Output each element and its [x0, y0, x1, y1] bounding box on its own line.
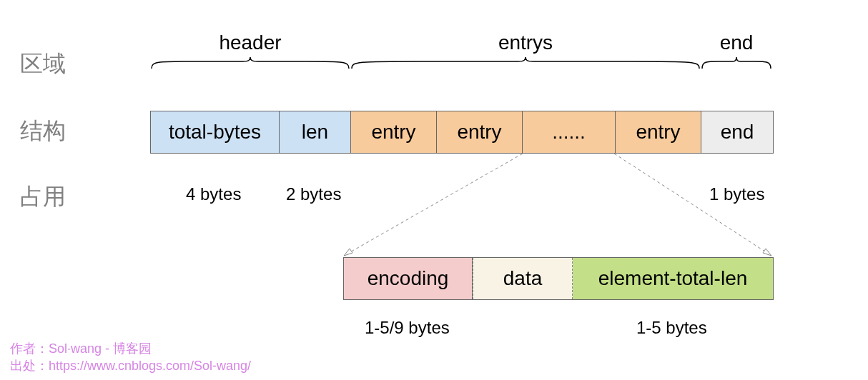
watermark-source: 出处：https://www.cnblogs.com/Sol-wang/ [10, 357, 251, 374]
size-end: 1 bytes [709, 184, 764, 204]
watermark-author: 作者：Sol·wang - 博客园 [10, 340, 152, 357]
entry-detail-row: encoding data element-total-len [343, 257, 774, 300]
cell-ellipsis: ...... [523, 111, 616, 153]
svg-marker-2 [344, 249, 352, 256]
size-element-total-len: 1-5 bytes [636, 318, 707, 338]
cell-end: end [701, 111, 773, 153]
svg-marker-3 [763, 249, 771, 256]
region-end-title: end [701, 31, 772, 54]
watermark-source-url: https://www.cnblogs.com/Sol-wang/ [49, 359, 251, 373]
cell-entry: entry [616, 111, 701, 153]
cell-encoding: encoding [344, 258, 473, 299]
label-region: 区域 [20, 49, 66, 80]
region-entrys: entrys [350, 31, 701, 73]
region-header-title: header [150, 31, 350, 54]
size-total-bytes: 4 bytes [186, 184, 241, 204]
watermark-author-name: Sol·wang - 博客园 [49, 341, 152, 356]
cell-data: data [473, 258, 573, 299]
svg-line-1 [614, 154, 771, 256]
brace-icon [701, 56, 772, 70]
watermark-source-label: 出处： [10, 359, 49, 373]
label-usage: 占用 [20, 181, 66, 213]
watermark-author-label: 作者： [10, 341, 49, 356]
label-structure: 结构 [20, 116, 66, 147]
structure-row: total-bytes len entry entry ...... entry… [150, 111, 774, 154]
cell-len: len [280, 111, 351, 153]
region-header: header [150, 31, 350, 73]
brace-icon [150, 56, 350, 70]
size-len: 2 bytes [286, 184, 341, 204]
cell-total-bytes: total-bytes [151, 111, 280, 153]
region-end: end [701, 31, 772, 73]
cell-entry: entry [437, 111, 523, 153]
size-encoding: 1-5/9 bytes [365, 318, 450, 338]
cell-element-total-len: element-total-len [573, 258, 773, 299]
brace-icon [350, 56, 701, 70]
cell-entry: entry [351, 111, 437, 153]
svg-line-0 [344, 154, 523, 256]
region-entrys-title: entrys [350, 31, 701, 54]
